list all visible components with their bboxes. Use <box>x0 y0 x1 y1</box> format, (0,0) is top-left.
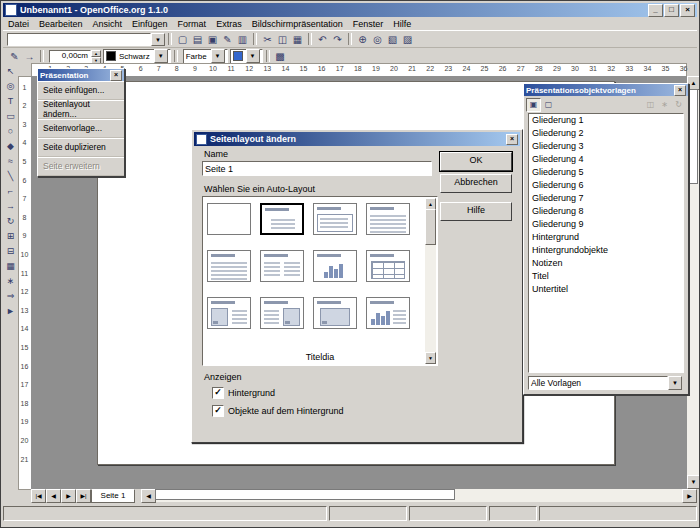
style-item-notizen[interactable]: Notizen <box>529 257 683 270</box>
ok-button[interactable]: OK <box>440 152 512 171</box>
background-checkbox[interactable]: ✓ <box>212 387 224 399</box>
layout-option-blank[interactable] <box>207 203 251 235</box>
stylist-icon[interactable]: ▨ <box>400 32 415 46</box>
cut-icon[interactable]: ✂ <box>260 32 275 46</box>
new-style-icon[interactable]: ∗ <box>658 99 671 111</box>
layout-option-title-img-text[interactable] <box>207 297 251 329</box>
url-input[interactable] <box>7 33 151 46</box>
horizontal-ruler[interactable]: 1234567891011121314151617181920212223242… <box>31 63 687 77</box>
presentation-item-seite-duplizieren[interactable]: Seite duplizieren <box>38 138 124 157</box>
copy-icon[interactable]: ◫ <box>275 32 290 46</box>
style-item-hintergrund[interactable]: Hintergrund <box>529 231 683 244</box>
arrange-tool-icon[interactable]: ⊟ <box>4 243 17 258</box>
stylist-filter-dropdown-icon[interactable]: ▼ <box>668 376 682 390</box>
line-tool-icon[interactable]: ╲ <box>4 168 17 183</box>
effects-tool-icon[interactable]: ∗ <box>4 273 17 288</box>
zoom-icon[interactable]: ◎ <box>370 32 385 46</box>
menu-bildschirmpräsentation[interactable]: Bildschirmpräsentation <box>247 18 348 30</box>
layout-option-title-sub[interactable] <box>260 203 304 235</box>
edit-file-icon[interactable]: ✎ <box>220 32 235 46</box>
window-titlebar[interactable]: Unbenannt1 - OpenOffice.org 1.1.0 _ □ × <box>3 3 697 17</box>
presentation-item-seitenlayout-ändern[interactable]: Seitenlayout ändern... <box>38 100 124 119</box>
style-item-gliederung-6[interactable]: Gliederung 6 <box>529 179 683 192</box>
url-dropdown-icon[interactable]: ▼ <box>151 33 165 46</box>
menu-format[interactable]: Format <box>173 18 212 30</box>
presentation-toolbar-titlebar[interactable]: Präsentation × <box>38 69 124 81</box>
menu-einfügen[interactable]: Einfügen <box>127 18 173 30</box>
style-item-hintergrundobjekte[interactable]: Hintergrundobjekte <box>529 244 683 257</box>
style-item-gliederung-5[interactable]: Gliederung 5 <box>529 166 683 179</box>
fill-color-combobox[interactable]: ▼ <box>230 49 263 64</box>
open-document-icon[interactable]: ▤ <box>190 32 205 46</box>
scroll-left-icon[interactable]: ◀ <box>141 489 156 503</box>
3d-object-tool-icon[interactable]: ◆ <box>4 138 17 153</box>
save-document-icon[interactable]: ▣ <box>205 32 220 46</box>
menu-extras[interactable]: Extras <box>211 18 247 30</box>
shadow-icon[interactable]: ▩ <box>273 49 288 63</box>
layout-option-title-chart-text[interactable] <box>366 297 410 329</box>
interaction-tool-icon[interactable]: ⇒ <box>4 288 17 303</box>
last-page-tab-icon[interactable]: ▶| <box>76 489 91 503</box>
stylist-filter-combobox[interactable]: Alle Vorlagen ▼ <box>528 376 682 390</box>
arrow-tool-icon[interactable]: → <box>4 198 17 213</box>
next-page-tab-icon[interactable]: ▶ <box>61 489 76 503</box>
help-button[interactable]: Hilfe <box>440 202 512 221</box>
presentation-item-seite-einfügen[interactable]: Seite einfügen... <box>38 81 124 100</box>
redo-icon[interactable]: ↷ <box>330 32 345 46</box>
style-item-gliederung-9[interactable]: Gliederung 9 <box>529 218 683 231</box>
spin-up-icon[interactable]: ▲ <box>91 50 101 57</box>
pen-icon[interactable]: ✎ <box>7 49 22 63</box>
fill-color-dropdown-icon[interactable]: ▼ <box>246 49 260 63</box>
gallery-icon[interactable]: ▧ <box>385 32 400 46</box>
first-page-tab-icon[interactable]: |◀ <box>31 489 46 503</box>
line-width-value[interactable]: 0,00cm <box>49 50 91 63</box>
zoom-tool-icon[interactable]: ◎ <box>4 78 17 93</box>
horizontal-scrollbar[interactable]: ◀ ▶ <box>141 489 697 502</box>
background-objects-checkbox[interactable]: ✓ <box>212 405 224 417</box>
presentation-toolbar-close-icon[interactable]: × <box>110 70 122 81</box>
paste-icon[interactable]: ▦ <box>290 32 305 46</box>
update-style-icon[interactable]: ↻ <box>672 99 685 111</box>
layout-option-title-content[interactable] <box>313 203 357 235</box>
print-file-icon[interactable]: ▥ <box>235 32 250 46</box>
rotate-tool-icon[interactable]: ↻ <box>4 213 17 228</box>
layout-option-title-text[interactable] <box>207 250 251 282</box>
graphic-styles-icon[interactable]: ▢ <box>542 99 555 111</box>
layout-option-title-img[interactable] <box>313 297 357 329</box>
style-item-titel[interactable]: Titel <box>529 270 683 283</box>
connector-tool-icon[interactable]: ⌐ <box>4 183 17 198</box>
close-button[interactable]: × <box>680 4 695 17</box>
vertical-ruler[interactable]: 123456789101112131415161718192021 <box>18 76 32 490</box>
line-color-combobox[interactable]: Schwarz ▼ <box>103 49 171 64</box>
style-item-gliederung-1[interactable]: Gliederung 1 <box>529 114 683 127</box>
fill-style-dropdown-icon[interactable]: ▼ <box>211 49 225 63</box>
presentation-styles-icon[interactable]: ▣ <box>526 98 541 112</box>
menu-fenster[interactable]: Fenster <box>348 18 389 30</box>
minimize-button[interactable]: _ <box>648 4 663 17</box>
style-item-untertitel[interactable]: Untertitel <box>529 283 683 296</box>
new-document-icon[interactable]: ▢ <box>175 32 190 46</box>
line-color-dropdown-icon[interactable]: ▼ <box>154 49 168 63</box>
dialog-close-icon[interactable]: × <box>506 134 518 145</box>
style-item-gliederung-2[interactable]: Gliederung 2 <box>529 127 683 140</box>
autolayout-scrollbar[interactable]: ▲ ▼ <box>425 198 436 364</box>
select-tool-icon[interactable]: ↖ <box>4 63 17 78</box>
maximize-button[interactable]: □ <box>664 4 679 17</box>
layout-option-title-table[interactable] <box>366 250 410 282</box>
cancel-button[interactable]: Abbrechen <box>440 174 512 193</box>
navigator-icon[interactable]: ⊕ <box>355 32 370 46</box>
rectangle-tool-icon[interactable]: ▭ <box>4 108 17 123</box>
undo-icon[interactable]: ↶ <box>315 32 330 46</box>
scroll-down-icon[interactable]: ▼ <box>425 352 436 364</box>
style-item-gliederung-4[interactable]: Gliederung 4 <box>529 153 683 166</box>
url-combobox[interactable]: ▼ <box>7 33 165 46</box>
previous-page-tab-icon[interactable]: ◀ <box>46 489 61 503</box>
page-tab[interactable]: Seite 1 <box>91 489 135 503</box>
alignment-tool-icon[interactable]: ⊞ <box>4 228 17 243</box>
name-input[interactable] <box>202 161 432 176</box>
dialog-titlebar[interactable]: Seitenlayout ändern × <box>194 132 520 146</box>
layout-option-title-text-img[interactable] <box>260 297 304 329</box>
stylist-close-icon[interactable]: × <box>674 85 686 96</box>
preview-tool-icon[interactable]: ► <box>4 303 17 318</box>
arrow-ends-icon[interactable]: → <box>22 49 37 63</box>
